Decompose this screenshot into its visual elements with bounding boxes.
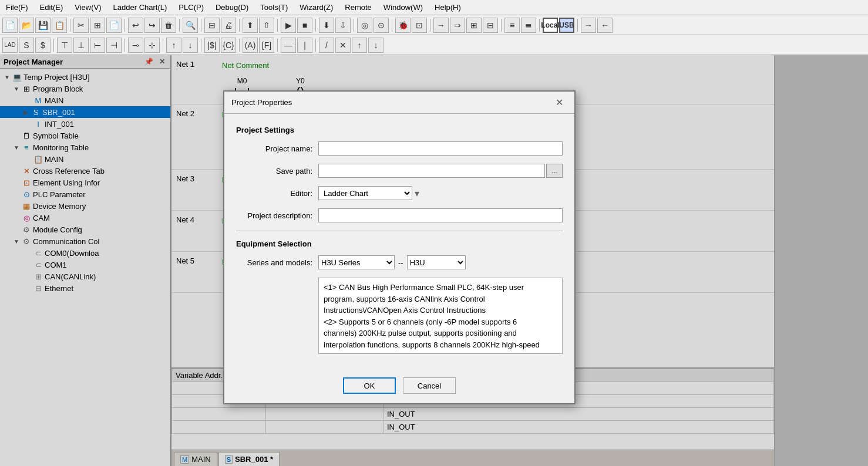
project-name-row: Project name:	[236, 141, 563, 156]
ok-button[interactable]: OK	[343, 377, 396, 394]
series-select[interactable]: H3U Series H2U Series H1U Series	[318, 255, 395, 269]
toolbar-2: LAD S $ ⊤ ⊥ ⊢ ⊣ ⊸ ⊹ ↑ ↓ |$| {C} (A) [F] …	[0, 35, 868, 55]
menu-tools[interactable]: Tools(T)	[258, 2, 290, 13]
tb2-contact-nc[interactable]: ⊥	[73, 38, 89, 53]
tb-breakpoint[interactable]: ⊡	[412, 18, 427, 33]
menu-view[interactable]: View(V)	[72, 2, 103, 13]
tb2-arrow-down[interactable]: ↓	[183, 38, 198, 53]
project-name-label: Project name:	[236, 144, 318, 153]
tb2-diag1[interactable]: /	[319, 38, 334, 53]
tb-find[interactable]: 🔍	[183, 18, 198, 33]
dialog-header: Project Properties ✕	[224, 92, 574, 114]
series-dash: --	[398, 258, 403, 267]
tb2-contact-pos[interactable]: ⊢	[90, 38, 105, 53]
equipment-description: <1> CAN Bus High Performance Small PLC, …	[318, 278, 563, 354]
toolbar-1: 📄 📂 💾 📋 ✂ ⊞ 📄 ↩ ↪ 🗑 🔍 ⊟ 🖨 ⬆ ⇧ ▶ ■ ⬇ ⇩ ◎ …	[0, 15, 868, 35]
tb2-conn2[interactable]: ⊹	[144, 38, 160, 53]
tb-download[interactable]: ⬇	[319, 18, 334, 33]
tb-cut[interactable]: ✂	[73, 18, 89, 33]
tb-step2[interactable]: ⇒	[450, 18, 465, 33]
tb-upload[interactable]: ⬆	[243, 18, 258, 33]
tb2-contact-neg[interactable]: ⊣	[106, 38, 122, 53]
tb-right1[interactable]: →	[581, 18, 596, 33]
tb2-uparrow2[interactable]: ↑	[352, 38, 367, 53]
dialog-footer: OK Cancel	[224, 372, 574, 403]
tb-copy[interactable]: ⊞	[90, 18, 105, 33]
tb-right2[interactable]: ←	[597, 18, 613, 33]
project-name-input[interactable]	[318, 141, 563, 156]
tb2-s[interactable]: S	[19, 38, 34, 53]
tb-stop[interactable]: ■	[297, 18, 312, 33]
tb-monitor2[interactable]: ⊙	[374, 18, 389, 33]
series-models-label: Series and models:	[236, 258, 318, 267]
tb2-contact-no[interactable]: ⊤	[57, 38, 72, 53]
save-path-row: Save path: ...	[236, 164, 563, 178]
tb2-lad[interactable]: LAD	[2, 38, 18, 53]
equipment-selection-title: Equipment Selection	[236, 239, 563, 248]
save-path-input[interactable]	[318, 164, 545, 178]
section-divider	[236, 231, 563, 231]
menu-edit[interactable]: Edit(E)	[38, 2, 66, 13]
menu-plc[interactable]: PLC(P)	[176, 2, 206, 13]
tb-step[interactable]: →	[433, 18, 449, 33]
tb2-hline[interactable]: —	[281, 38, 296, 53]
tb-download2[interactable]: ⇩	[335, 18, 351, 33]
tb-save[interactable]: 💾	[35, 18, 51, 33]
tb-compile[interactable]: ⊟	[204, 18, 220, 33]
tb-upload2[interactable]: ⇧	[259, 18, 274, 33]
project-properties-dialog: Project Properties ✕ Project Settings Pr…	[223, 90, 576, 404]
project-desc-input[interactable]	[318, 208, 563, 222]
tb2-logic1[interactable]: |$|	[204, 38, 220, 53]
series-models-row: Series and models: H3U Series H2U Series…	[236, 255, 563, 269]
menu-help[interactable]: Help(H)	[432, 2, 463, 13]
menu-remote[interactable]: Remote	[342, 2, 374, 13]
tb-delete[interactable]: 🗑	[161, 18, 176, 33]
tb-run[interactable]: ▶	[281, 18, 296, 33]
tb-redo[interactable]: ↪	[144, 18, 160, 33]
tb-save-all[interactable]: 📋	[52, 18, 67, 33]
tb2-F[interactable]: [F]	[259, 38, 274, 53]
tb-undo[interactable]: ↩	[128, 18, 143, 33]
model-select[interactable]: H3U H3U-2416MT H3U-3232MT	[407, 255, 466, 269]
tb-step4[interactable]: ⊟	[483, 18, 498, 33]
editor-row: Editor: Ladder Chart Instruction List St…	[236, 186, 563, 200]
tb-new[interactable]: 📄	[2, 18, 18, 33]
editor-select[interactable]: Ladder Chart Instruction List Structured…	[318, 186, 412, 200]
menu-debug[interactable]: Debug(D)	[213, 2, 251, 13]
dialog-close-button[interactable]: ✕	[551, 95, 567, 110]
tb-open[interactable]: 📂	[19, 18, 34, 33]
tb-local-btn[interactable]: Local	[543, 18, 558, 33]
modal-overlay[interactable]: Project Properties ✕ Project Settings Pr…	[0, 55, 868, 466]
project-desc-row: Project description:	[236, 208, 563, 222]
menu-ladder[interactable]: Ladder Chart(L)	[111, 2, 170, 13]
tb-align2[interactable]: ≣	[521, 18, 536, 33]
project-settings-title: Project Settings	[236, 126, 563, 134]
editor-label: Editor:	[236, 189, 318, 198]
tb2-logic2[interactable]: {C}	[221, 38, 236, 53]
menu-wizard[interactable]: Wizard(Z)	[297, 2, 335, 13]
tb2-dollar[interactable]: $	[35, 38, 51, 53]
tb-usb-btn[interactable]: USB	[559, 18, 574, 33]
tb-debug[interactable]: 🐞	[395, 18, 411, 33]
dialog-title: Project Properties	[231, 98, 292, 107]
tb2-conn1[interactable]: ⊸	[128, 38, 143, 53]
project-desc-label: Project description:	[236, 211, 318, 220]
save-path-label: Save path:	[236, 167, 318, 175]
menu-file[interactable]: File(F)	[4, 2, 31, 13]
description-wrapper: <1> CAN Bus High Performance Small PLC, …	[318, 278, 563, 354]
tb2-A[interactable]: (A)	[243, 38, 258, 53]
save-path-group: ...	[318, 164, 563, 178]
tb-step3[interactable]: ⊞	[466, 18, 482, 33]
tb2-diag2[interactable]: ✕	[335, 38, 351, 53]
tb2-dnarrow2[interactable]: ↓	[368, 38, 383, 53]
tb-monitor[interactable]: ◎	[357, 18, 372, 33]
tb2-arrow-up[interactable]: ↑	[166, 38, 181, 53]
browse-button[interactable]: ...	[546, 164, 563, 178]
menu-window[interactable]: Window(W)	[381, 2, 425, 13]
cancel-button[interactable]: Cancel	[403, 377, 456, 394]
tb2-vline[interactable]: |	[297, 38, 312, 53]
tb-align1[interactable]: ≡	[504, 18, 520, 33]
equipment-description-text: <1> CAN Bus High Performance Small PLC, …	[324, 282, 548, 354]
tb-compile2[interactable]: 🖨	[221, 18, 236, 33]
tb-paste[interactable]: 📄	[106, 18, 122, 33]
